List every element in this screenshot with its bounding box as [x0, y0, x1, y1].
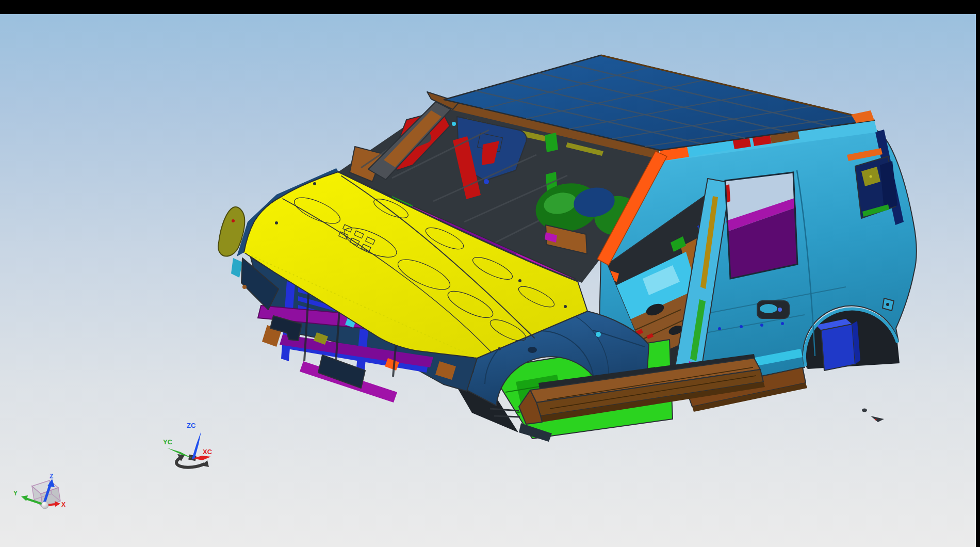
view-z-label: Z — [50, 473, 53, 480]
rear-door-handle — [757, 301, 789, 318]
origin-sphere — [41, 502, 48, 509]
view-y-label: Y — [13, 490, 18, 497]
viewport-3d[interactable]: ZC YC XC Z Y X — [0, 14, 976, 547]
wcs-y-label: YC — [163, 438, 173, 446]
view-orientation-triad[interactable]: Z Y X — [13, 473, 66, 509]
cad-application-window: ZC YC XC Z Y X — [0, 0, 980, 547]
car-body-model[interactable] — [218, 55, 917, 442]
wcs-z-label: ZC — [187, 422, 196, 429]
loose-fragments — [862, 409, 884, 423]
window-right-edge-bar — [976, 0, 980, 547]
window-top-bar — [0, 0, 980, 14]
wcs-z-axis-arrow[interactable] — [192, 431, 201, 459]
wcs-triad[interactable]: ZC YC XC — [163, 422, 213, 468]
wcs-x-label: XC — [203, 448, 213, 456]
model-canvas[interactable]: ZC YC XC Z Y X — [0, 14, 976, 547]
view-x-label: X — [61, 501, 66, 508]
rear-door-window-opening — [725, 172, 797, 279]
